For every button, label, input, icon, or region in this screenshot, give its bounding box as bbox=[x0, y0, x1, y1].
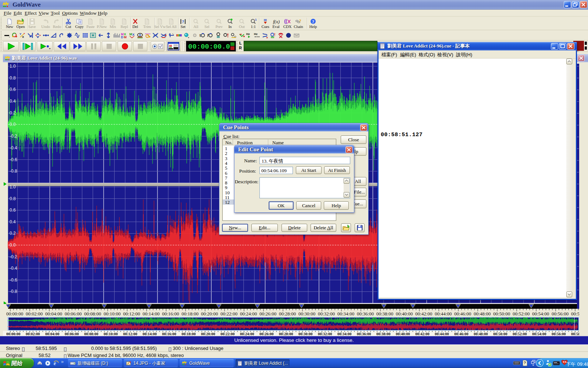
svg-text:00:28:00: 00:28:00 bbox=[279, 332, 293, 336]
svg-text:00:16:00: 00:16:00 bbox=[162, 332, 176, 336]
svg-text:00:36:00: 00:36:00 bbox=[357, 332, 371, 336]
svg-text:00:46:00: 00:46:00 bbox=[454, 332, 469, 336]
svg-text:00:20:00: 00:20:00 bbox=[201, 332, 215, 336]
svg-text:00:54:00: 00:54:00 bbox=[532, 332, 546, 336]
svg-text:00:50:00: 00:50:00 bbox=[493, 332, 508, 336]
svg-text:00:52:00: 00:52:00 bbox=[513, 332, 527, 336]
svg-text:00:14:00: 00:14:00 bbox=[143, 332, 157, 336]
svg-text:00:04:00: 00:04:00 bbox=[45, 332, 60, 336]
svg-text:00:42:00: 00:42:00 bbox=[415, 332, 430, 336]
svg-text:00:40:00: 00:40:00 bbox=[396, 332, 410, 336]
svg-text:?: ? bbox=[524, 361, 526, 365]
svg-text:00:34:00: 00:34:00 bbox=[337, 332, 352, 336]
svg-text:00:08:00: 00:08:00 bbox=[84, 332, 98, 336]
svg-text:00:10:00: 00:10:00 bbox=[104, 332, 118, 336]
svg-text:00:32:00: 00:32:00 bbox=[318, 332, 332, 336]
svg-text:00:26:00: 00:26:00 bbox=[259, 332, 274, 336]
svg-text:00:30:00: 00:30:00 bbox=[298, 332, 313, 336]
svg-text:00:06:00: 00:06:00 bbox=[65, 332, 79, 336]
svg-text:00:18:00: 00:18:00 bbox=[182, 332, 196, 336]
svg-text:00:22:00: 00:22:00 bbox=[220, 332, 235, 336]
svg-text:00:38:00: 00:38:00 bbox=[376, 332, 391, 336]
svg-text:00:56:00: 00:56:00 bbox=[552, 332, 566, 336]
svg-text:00:00:00: 00:00:00 bbox=[6, 332, 21, 336]
svg-text:00:48:00: 00:48:00 bbox=[474, 332, 488, 336]
svg-text:00:12:00: 00:12:00 bbox=[123, 332, 137, 336]
svg-text:00:24:00: 00:24:00 bbox=[240, 332, 254, 336]
svg-text:00:02:00: 00:02:00 bbox=[26, 332, 40, 336]
svg-text:00:44:00: 00:44:00 bbox=[435, 332, 449, 336]
